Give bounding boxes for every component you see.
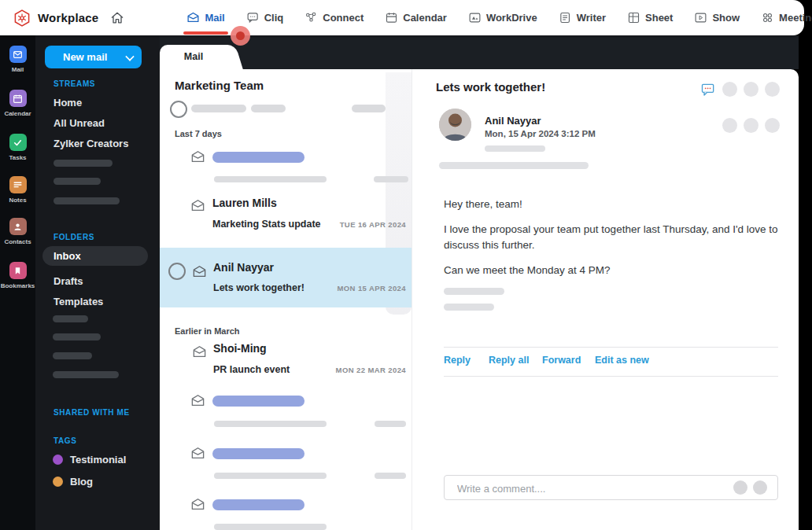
skeleton-bar [53,371,119,378]
rail-item-calendar[interactable]: Calendar [0,90,35,117]
comments-icon[interactable] [700,82,716,98]
nav-sheet[interactable]: Sheet [627,0,673,35]
select-all-checkbox[interactable] [170,101,187,118]
brand[interactable]: Workplace [0,9,98,28]
mail-subject-title: Lets work together! [436,80,545,94]
nav-label: Cliq [264,12,284,24]
zoho-logo-icon [13,9,31,28]
skeleton-date-bar [375,421,406,427]
sidebar-item-inbox[interactable]: Inbox [42,246,148,266]
home-icon [109,10,125,26]
sidebar-item-drafts[interactable]: Drafts [54,275,83,287]
skeleton-signature-bar [444,304,494,311]
skeleton-subject-bar [214,176,327,182]
nav-connect[interactable]: Connect [304,0,364,35]
sidebar-item-tag-testimonial[interactable]: Testimonial [70,454,126,466]
sheet-icon [627,11,640,24]
nav-label: WorkDrive [486,12,537,24]
skeleton-bar [439,162,589,169]
nav-writer[interactable]: Writer [559,0,606,35]
skeleton-sender-bar [212,152,304,163]
rail-item-notes[interactable]: Notes [0,176,35,204]
mail-body-paragraph: I love the proposal your team put togeth… [444,222,799,252]
mail-subject: Lets work together! [213,282,304,293]
sidebar-item-home[interactable]: Home [54,97,82,109]
mail-body-paragraph: Can we meet the Monday at 4 PM? [444,263,799,278]
divider [444,376,778,377]
rail-contacts-icon [9,218,27,235]
mail-open-icon [191,344,208,359]
nav-calendar[interactable]: Calendar [385,0,447,35]
header-action-button[interactable] [765,82,780,97]
section-label-recent: Last 7 days [175,129,222,138]
rail-label: Notes [9,197,26,204]
mail-action-button[interactable] [744,118,758,133]
new-mail-button[interactable]: New mail [45,46,142,68]
comment-action-button[interactable] [733,480,747,495]
skeleton-bar [191,105,246,112]
sender-avatar [439,109,471,141]
nav-workdrive[interactable]: WorkDrive [468,0,537,35]
tab-mail-label: Mail [160,45,227,62]
comment-input[interactable] [456,476,695,501]
reply-button[interactable]: Reply [444,355,471,366]
mail-open-icon [191,264,208,279]
top-bar: Workplace Mail Cliq [0,0,804,35]
sidebar-item-all-unread[interactable]: All Unread [54,117,105,129]
skeleton-date-bar [375,473,406,479]
mail-action-button[interactable] [722,118,737,133]
nav-meeting[interactable]: Meeting [761,0,812,35]
skeleton-subject-bar [214,421,327,427]
inbox-label: Inbox [42,250,81,262]
skeleton-bar [53,352,92,359]
mail-item-checkbox[interactable] [168,263,186,280]
rail-item-contacts[interactable]: Contacts [0,218,35,245]
mail-list-panel: Marketing Team Last 7 days Lauren Mills … [160,69,412,530]
sidebar-item-zylker-creators[interactable]: Zylker Creators [54,138,128,149]
nav-show[interactable]: Show [694,0,740,35]
nav-cliq[interactable]: Cliq [246,0,284,35]
forward-button[interactable]: Forward [542,355,581,366]
shared-with-me-header[interactable]: SHARED WITH ME [54,408,130,417]
skeleton-bar [54,197,120,204]
divider [444,347,778,348]
rail-mail-icon [9,46,27,63]
edit-as-new-button[interactable]: Edit as new [595,355,649,366]
main-panel: Marketing Team Last 7 days Lauren Mills … [160,69,799,530]
calendar-icon [385,11,398,24]
rail-calendar-icon [9,90,27,107]
tag-color-dot-blog [53,477,63,487]
skeleton-subject-bar [214,473,327,479]
cliq-icon [246,11,260,24]
brand-name: Workplace [38,11,98,24]
nav-label: Show [712,12,740,24]
sidebar-item-templates[interactable]: Templates [54,296,103,307]
skeleton-sender-bar [212,499,304,510]
nav-label: Calendar [403,12,447,24]
rail-item-mail[interactable]: Mail [0,46,35,73]
mail-action-button[interactable] [765,118,780,133]
mail-open-icon [190,497,206,512]
header-action-button[interactable] [722,82,737,97]
skeleton-date-bar [374,176,408,182]
mail-date: TUE 16 APR 2024 [340,220,406,229]
nav-label: Meeting [779,12,812,24]
tab-mail[interactable]: Mail [160,45,227,69]
connect-icon [304,11,318,24]
comment-action-button[interactable] [753,480,767,495]
mail-sender: Shoi-Ming [213,342,267,355]
sidebar-item-tag-blog[interactable]: Blog [70,476,93,488]
skeleton-bar [251,105,286,112]
skeleton-sender-bar [212,448,304,459]
header-action-button[interactable] [744,82,758,97]
rail-bookmarks-icon [9,262,27,279]
list-title: Marketing Team [175,79,264,92]
home-button[interactable] [109,10,125,26]
rail-item-bookmarks[interactable]: Bookmarks [0,262,35,289]
top-navigation: Mail Cliq Connect [186,0,812,35]
folders-header: FOLDERS [54,233,94,241]
rail-label: Tasks [9,154,26,161]
reply-all-button[interactable]: Reply all [489,355,529,366]
nav-mail[interactable]: Mail [186,0,224,35]
rail-item-tasks[interactable]: Tasks [0,134,35,161]
